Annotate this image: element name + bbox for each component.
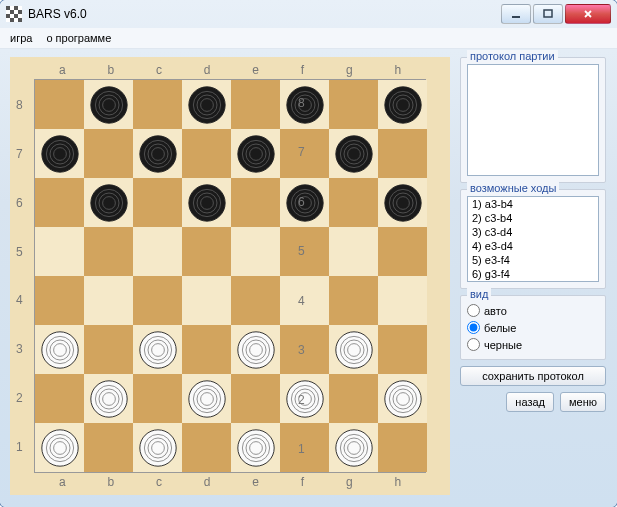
square-d7[interactable] (182, 129, 231, 178)
square-c4[interactable] (133, 276, 182, 325)
svg-point-59 (41, 331, 77, 367)
square-a4[interactable] (35, 276, 84, 325)
moves-group: возможные ходы 1) a3-b42) c3-b43) c3-d44… (460, 189, 606, 289)
view-radio[interactable] (467, 321, 480, 334)
square-b6[interactable] (84, 178, 133, 227)
rank-labels-right: 87654321 (298, 81, 444, 471)
square-a6[interactable] (35, 178, 84, 227)
svg-point-67 (237, 331, 273, 367)
file-label: c (156, 63, 162, 77)
file-label: d (204, 63, 211, 77)
side-panel: протокол партии возможные ходы 1) a3-b42… (460, 57, 606, 495)
square-d3[interactable] (182, 325, 231, 374)
square-e5[interactable] (231, 227, 280, 276)
square-d1[interactable] (182, 423, 231, 472)
square-e2[interactable] (231, 374, 280, 423)
square-d8[interactable] (182, 80, 231, 129)
square-a7[interactable] (35, 129, 84, 178)
svg-point-79 (188, 380, 224, 416)
svg-point-43 (90, 184, 126, 220)
view-option-label: авто (484, 305, 507, 317)
maximize-button[interactable] (533, 4, 563, 24)
square-e6[interactable] (231, 178, 280, 227)
square-b3[interactable] (84, 325, 133, 374)
minimize-button[interactable] (501, 4, 531, 24)
file-label: f (301, 475, 304, 489)
move-item[interactable]: 6) g3-f4 (468, 267, 598, 281)
back-button[interactable]: назад (506, 392, 554, 412)
file-label: h (394, 475, 401, 489)
rank-label: 6 (298, 195, 444, 209)
square-c3[interactable] (133, 325, 182, 374)
square-b2[interactable] (84, 374, 133, 423)
moves-list[interactable]: 1) a3-b42) c3-b43) c3-d44) e3-d45) e3-f4… (467, 196, 599, 282)
move-item[interactable]: 4) e3-d4 (468, 239, 598, 253)
square-e8[interactable] (231, 80, 280, 129)
board-container: abcdefgh 87654321 87654321 abcdefgh (10, 57, 450, 495)
protocol-group: протокол партии (460, 57, 606, 183)
svg-rect-8 (18, 18, 22, 22)
svg-rect-6 (14, 14, 18, 18)
svg-rect-2 (14, 6, 18, 10)
svg-rect-7 (10, 18, 14, 22)
move-item[interactable]: 5) e3-f4 (468, 253, 598, 267)
move-item[interactable]: 2) c3-b4 (468, 211, 598, 225)
square-e1[interactable] (231, 423, 280, 472)
menu-button[interactable]: меню (560, 392, 606, 412)
protocol-list[interactable] (467, 64, 599, 176)
rank-label: 4 (16, 293, 23, 307)
square-a2[interactable] (35, 374, 84, 423)
svg-point-15 (188, 86, 224, 122)
square-b1[interactable] (84, 423, 133, 472)
svg-point-95 (139, 429, 175, 465)
close-button[interactable] (565, 4, 611, 24)
square-a1[interactable] (35, 423, 84, 472)
square-c2[interactable] (133, 374, 182, 423)
square-a8[interactable] (35, 80, 84, 129)
view-option-label: белые (484, 322, 516, 334)
move-item[interactable]: 1) a3-b4 (468, 197, 598, 211)
move-item[interactable]: 3) c3-d4 (468, 225, 598, 239)
menu-about[interactable]: о программе (46, 32, 111, 44)
file-label: g (346, 63, 353, 77)
file-label: b (107, 475, 114, 489)
square-b5[interactable] (84, 227, 133, 276)
square-c5[interactable] (133, 227, 182, 276)
square-d6[interactable] (182, 178, 231, 227)
view-option[interactable]: черные (467, 336, 599, 353)
square-c6[interactable] (133, 178, 182, 227)
square-e7[interactable] (231, 129, 280, 178)
square-a5[interactable] (35, 227, 84, 276)
view-option[interactable]: авто (467, 302, 599, 319)
window-buttons (501, 4, 611, 24)
view-label: вид (467, 288, 491, 300)
view-radio[interactable] (467, 304, 480, 317)
file-labels-bottom: abcdefgh (14, 473, 446, 491)
svg-rect-3 (10, 10, 14, 14)
square-b8[interactable] (84, 80, 133, 129)
svg-point-75 (90, 380, 126, 416)
file-label: f (301, 63, 304, 77)
save-protocol-button[interactable]: сохранить протокол (460, 366, 606, 386)
square-c7[interactable] (133, 129, 182, 178)
square-b7[interactable] (84, 129, 133, 178)
file-label: e (252, 475, 259, 489)
svg-rect-10 (544, 10, 552, 17)
rank-label: 3 (16, 342, 23, 356)
square-e4[interactable] (231, 276, 280, 325)
view-option[interactable]: белые (467, 319, 599, 336)
svg-rect-4 (18, 10, 22, 14)
square-d4[interactable] (182, 276, 231, 325)
menu-game[interactable]: игра (10, 32, 32, 44)
square-b4[interactable] (84, 276, 133, 325)
square-e3[interactable] (231, 325, 280, 374)
file-labels-top: abcdefgh (14, 61, 446, 79)
view-radio[interactable] (467, 338, 480, 351)
svg-point-91 (41, 429, 77, 465)
square-d2[interactable] (182, 374, 231, 423)
square-c1[interactable] (133, 423, 182, 472)
square-d5[interactable] (182, 227, 231, 276)
square-c8[interactable] (133, 80, 182, 129)
svg-rect-9 (512, 16, 520, 18)
square-a3[interactable] (35, 325, 84, 374)
